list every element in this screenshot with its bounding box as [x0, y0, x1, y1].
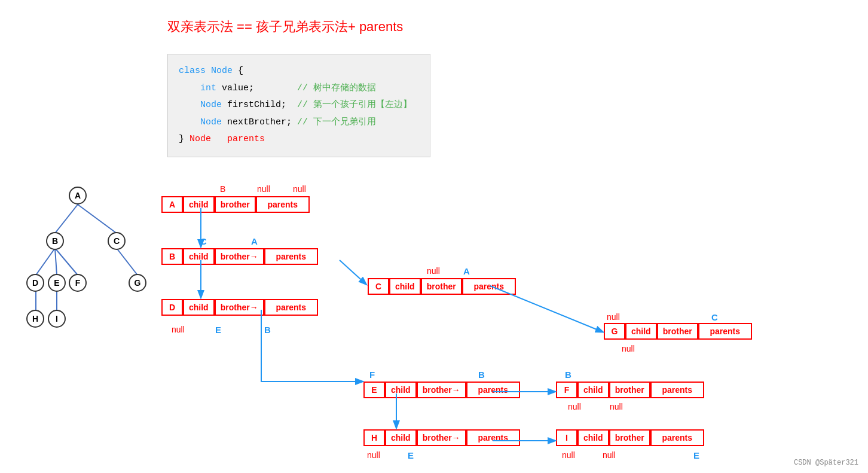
g-parents: parents	[698, 323, 752, 340]
code-box: class Node { int value; // 树中存储的数据 Node …	[167, 54, 430, 157]
d-key: D	[161, 299, 183, 316]
a-child: child	[183, 196, 215, 213]
a-brother: brother	[215, 196, 256, 213]
d-brother-label: E	[215, 325, 221, 335]
d-child: child	[183, 299, 215, 316]
h-parents-e: E	[408, 450, 414, 460]
i-null1: null	[562, 450, 575, 460]
b-key: B	[161, 248, 183, 265]
d-child-null: null	[172, 325, 185, 334]
i-parents: parents	[650, 429, 704, 446]
watermark: CSDN @Später321	[794, 459, 858, 467]
g-brother: brother	[657, 323, 698, 340]
g-key: G	[604, 323, 625, 340]
f-key: F	[556, 382, 577, 398]
page-title: 双亲表示法 == 孩子兄弟表示法+ parents	[167, 18, 403, 36]
h-null1: null	[367, 450, 380, 460]
e-brother: brother→	[417, 382, 466, 398]
g-child-null: null	[607, 312, 620, 322]
tree-node-a: A	[69, 187, 87, 205]
h-key: H	[363, 429, 385, 446]
c-child-null: null	[427, 266, 440, 276]
c-key: C	[368, 278, 389, 295]
tree-node-h: H	[26, 310, 44, 328]
node-row-i: I child brother parents	[556, 429, 704, 446]
c-brother: brother	[421, 278, 462, 295]
node-row-a: A child brother parents	[161, 196, 310, 213]
h-parents: parents	[466, 429, 520, 446]
i-null2: null	[603, 450, 616, 460]
node-row-g: G child brother parents	[604, 323, 752, 340]
i-key: I	[556, 429, 577, 446]
a-brother-null: null	[257, 184, 270, 194]
tree-node-f: F	[69, 274, 87, 292]
c-brother-label: A	[463, 266, 470, 276]
b-brother: brother→	[215, 248, 264, 265]
e-parents-label: B	[478, 370, 485, 380]
svg-line-1	[78, 205, 117, 233]
b-parents: parents	[264, 248, 318, 265]
e-key: E	[363, 382, 385, 398]
tree-node-e: E	[48, 274, 66, 292]
g-null2: null	[622, 344, 635, 353]
tree-node-g: G	[129, 274, 146, 292]
a-parents: parents	[256, 196, 310, 213]
a-key: A	[161, 196, 183, 213]
g-child: child	[625, 323, 657, 340]
tree-node-i: I	[48, 310, 66, 328]
node-row-d: D child brother→ parents	[161, 299, 318, 316]
f-null2: null	[610, 402, 623, 411]
f-parents: parents	[650, 382, 704, 398]
d-parents: parents	[264, 299, 318, 316]
i-parents-e: E	[693, 450, 699, 460]
e-parents: parents	[466, 382, 520, 398]
tree-diagram: A B C D E F G H I	[18, 179, 155, 335]
f-child-label: B	[565, 370, 571, 380]
g-brother-label: C	[711, 312, 718, 322]
e-child: child	[385, 382, 417, 398]
h-child: child	[385, 429, 417, 446]
d-parents-label: B	[264, 325, 271, 335]
a-child-null: B	[220, 184, 225, 194]
h-child-label: I	[395, 419, 397, 429]
b-brother-label: A	[251, 236, 258, 246]
svg-line-9	[340, 260, 366, 284]
svg-line-2	[36, 248, 55, 275]
c-parents: parents	[462, 278, 516, 295]
svg-line-5	[117, 248, 137, 275]
f-brother: brother	[609, 382, 650, 398]
node-row-b: B child brother→ parents	[161, 248, 318, 265]
h-brother: brother→	[417, 429, 466, 446]
f-child: child	[577, 382, 609, 398]
f-null1: null	[568, 402, 581, 411]
svg-line-3	[55, 248, 57, 275]
node-row-c: C child brother parents	[368, 278, 516, 295]
a-parents-null: null	[293, 184, 306, 194]
tree-node-c: C	[108, 232, 126, 250]
c-child: child	[389, 278, 421, 295]
b-child: child	[183, 248, 215, 265]
tree-node-d: D	[26, 274, 44, 292]
node-row-f: F child brother parents	[556, 382, 704, 398]
node-row-e: E child brother→ parents	[363, 382, 520, 398]
d-brother: brother→	[215, 299, 264, 316]
node-row-h: H child brother→ parents	[363, 429, 520, 446]
e-child-label: F	[369, 370, 375, 380]
svg-line-4	[55, 248, 78, 275]
i-brother: brother	[609, 429, 650, 446]
tree-node-b: B	[46, 232, 64, 250]
svg-line-0	[55, 205, 78, 233]
b-child-label: C	[200, 236, 207, 246]
i-child: child	[577, 429, 609, 446]
